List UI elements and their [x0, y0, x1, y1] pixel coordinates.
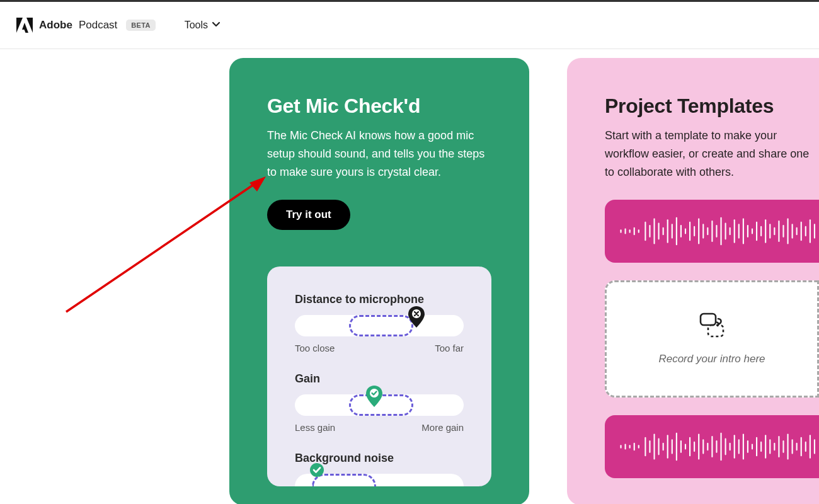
- waveform-icon: [619, 212, 819, 250]
- gain-label: Gain: [295, 372, 464, 386]
- beta-badge: BETA: [126, 20, 155, 31]
- brand-name-strong: Adobe: [39, 19, 72, 32]
- gain-track: [295, 394, 464, 416]
- distance-sublabels: Too close Too far: [295, 343, 464, 353]
- tools-menu[interactable]: Tools: [185, 20, 220, 31]
- gain-group: Gain Less gain More gain: [295, 372, 464, 433]
- waveform-icon: [619, 428, 819, 466]
- gain-left-label: Less gain: [295, 422, 335, 433]
- try-it-out-button[interactable]: Try it out: [267, 200, 350, 230]
- gain-right-label: More gain: [421, 422, 464, 433]
- chevron-down-icon: [212, 20, 220, 31]
- noise-group: Background noise: [295, 452, 464, 486]
- gain-sublabels: Less gain More gain: [295, 422, 464, 433]
- mic-check-desc: The Mic Check AI knows how a good mic se…: [267, 127, 491, 181]
- templates-desc: Start with a template to make your workf…: [605, 127, 819, 181]
- distance-track: [295, 315, 464, 336]
- feature-cards-row: Get Mic Check'd The Mic Check AI knows h…: [0, 49, 819, 504]
- mic-check-panel: Distance to microphone Too close Too far: [267, 266, 491, 486]
- svg-rect-47: [701, 314, 716, 325]
- templates-card: Project Templates Start with a template …: [567, 58, 819, 504]
- tools-menu-label: Tools: [185, 20, 208, 31]
- distance-left-label: Too close: [295, 343, 335, 353]
- svg-rect-48: [708, 325, 723, 336]
- distance-right-label: Too far: [435, 343, 464, 353]
- record-caption: Record your intro here: [658, 353, 765, 365]
- templates-title: Project Templates: [605, 94, 819, 118]
- distance-zone: [349, 315, 413, 336]
- distance-group: Distance to microphone Too close Too far: [295, 293, 464, 353]
- distance-label: Distance to microphone: [295, 293, 464, 306]
- map-pin-check-icon: [366, 386, 382, 410]
- record-placeholder[interactable]: Record your intro here: [605, 280, 819, 398]
- record-swap-icon: [698, 312, 726, 340]
- check-bubble-icon: [309, 462, 324, 480]
- waveform-bottom: [605, 415, 819, 478]
- mic-check-title: Get Mic Check'd: [267, 94, 491, 118]
- adobe-logo-icon: [16, 18, 33, 33]
- waveform-top: [605, 200, 819, 263]
- map-pin-x-icon: [408, 306, 425, 330]
- noise-track: [295, 474, 464, 486]
- brand-name-light: Podcast: [79, 19, 117, 32]
- app-header: Adobe Podcast BETA Tools: [0, 0, 819, 49]
- mic-check-card: Get Mic Check'd The Mic Check AI knows h…: [229, 58, 529, 504]
